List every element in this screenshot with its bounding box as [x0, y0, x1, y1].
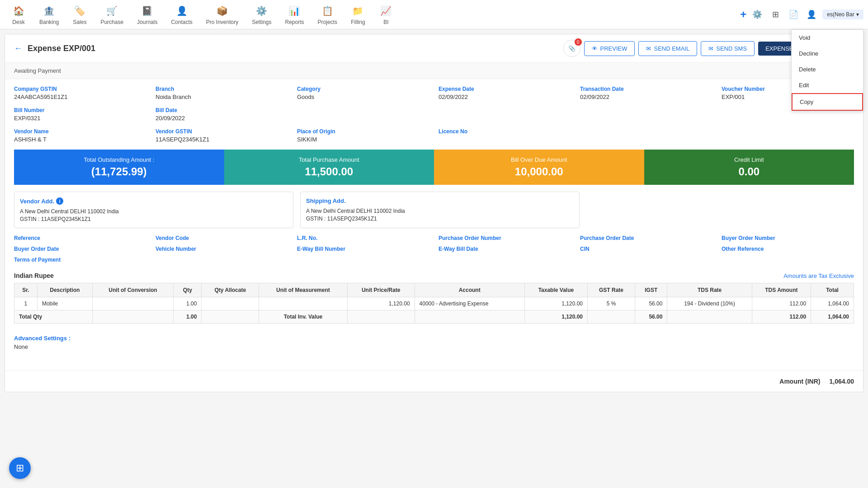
- transaction-date-value: 02/09/2022: [580, 94, 712, 100]
- licence-no-field: Licence No: [439, 128, 571, 143]
- page-container: ← Expense EXP/001 📎 0 👁 PREVIEW ✉ SEND E…: [5, 34, 863, 392]
- reports-icon: 📊: [288, 4, 302, 18]
- col-account: Account: [415, 283, 524, 297]
- dropdown-void[interactable]: Void: [792, 30, 863, 46]
- eway-bill-date-label: E-Way Bill Date: [439, 246, 571, 252]
- dropdown-copy[interactable]: Copy: [792, 93, 863, 111]
- spacer-5: [580, 128, 712, 143]
- outstanding-label: Total Outstanding Amount :: [84, 156, 154, 163]
- nav-item-journals[interactable]: 📓 Journals: [130, 1, 164, 28]
- back-button[interactable]: ←: [14, 44, 22, 53]
- shipping-address-gstin: GSTIN : 11ASEPQ2345K1Z1: [306, 216, 574, 222]
- amount-inr-label: Amount (INR): [779, 378, 820, 385]
- user-badge[interactable]: es(Neo Bar ▾: [822, 9, 863, 19]
- cell-tds-amount: 112.00: [752, 297, 811, 310]
- chevron-down-icon: ▾: [856, 11, 859, 18]
- nav-right-actions: + ⚙️ ⊞ 📄 👤 es(Neo Bar ▾: [740, 7, 863, 22]
- nav-label-reports: Reports: [285, 19, 304, 25]
- vendor-code-field: Vendor Code: [156, 235, 288, 241]
- cell-description: Mobile: [37, 297, 92, 310]
- place-of-origin-label: Place of Origin: [297, 128, 429, 135]
- nav-item-desk[interactable]: 🏠 Desk: [5, 1, 33, 28]
- more-field-row-3: Terms of Payment: [14, 257, 854, 263]
- advanced-settings: Advanced Settings : None: [14, 330, 854, 355]
- total-total: 1,064.00: [811, 310, 854, 324]
- col-unit-of-conversion: Unit of Conversion: [92, 283, 174, 297]
- bill-date-label: Bill Date: [156, 107, 288, 113]
- email-label: SEND EMAIL: [654, 45, 689, 52]
- other-reference-field: Other Reference: [722, 246, 854, 252]
- terms-of-payment-label: Terms of Payment: [14, 257, 854, 263]
- overdue-value: 10,000.00: [515, 165, 563, 178]
- currency-section: Indian Rupee Amounts are Tax Exclusive S…: [14, 272, 854, 324]
- bi-icon: 📈: [379, 4, 393, 18]
- total-row: Total Qty 1.00 Total Inv. Value 1,120.00…: [14, 310, 854, 324]
- nav-item-projects[interactable]: 📋 Projects: [311, 1, 344, 28]
- terms-of-payment-field: Terms of Payment: [14, 257, 854, 263]
- dropdown-delete[interactable]: Delete: [792, 61, 863, 77]
- cell-unit-conversion: [92, 297, 174, 310]
- nav-item-bi[interactable]: 📈 BI: [372, 1, 400, 28]
- total-tds-amount: 112.00: [752, 310, 811, 324]
- bill-number-value: EXP/0321: [14, 115, 146, 122]
- dropdown-edit[interactable]: Edit: [792, 77, 863, 93]
- grid-nav-icon[interactable]: ⊞: [768, 7, 783, 22]
- nav-item-filling[interactable]: 📁 Filling: [344, 1, 372, 28]
- expense-date-field: Expense Date 02/09/2022: [439, 86, 571, 100]
- user-nav-icon[interactable]: 👤: [804, 7, 819, 22]
- more-field-row-1: Reference Vendor Code L.R. No. Purchase …: [14, 235, 854, 241]
- col-unit-price-rate: Unit Price/Rate: [347, 283, 415, 297]
- dropdown-decline[interactable]: Decline: [792, 46, 863, 61]
- licence-no-label: Licence No: [439, 128, 571, 135]
- col-total: Total: [811, 283, 854, 297]
- fab-button[interactable]: ⊞: [9, 457, 31, 479]
- shipping-address-link[interactable]: Shipping Add.: [306, 197, 574, 204]
- nav-item-reports[interactable]: 📊 Reports: [278, 1, 311, 28]
- banking-icon: 🏦: [42, 4, 57, 18]
- vendor-address-link[interactable]: Vendor Add. i: [20, 197, 288, 205]
- cell-unit-measurement: [259, 297, 348, 310]
- total-spacer-2: [202, 310, 259, 324]
- status-label: Awaiting Payment: [14, 67, 61, 74]
- table-header-row: Sr. Description Unit of Conversion Qty Q…: [14, 283, 854, 297]
- vehicle-number-field: Vehicle Number: [156, 246, 288, 252]
- advanced-settings-value: None: [14, 343, 854, 350]
- cell-igst: 56.00: [635, 297, 667, 310]
- purchase-order-date-label: Purchase Order Date: [580, 235, 712, 241]
- nav-item-banking[interactable]: 🏦 Banking: [33, 1, 66, 28]
- nav-label-pro-inventory: Pro Inventory: [206, 19, 238, 25]
- purchase-order-number-label: Purchase Order Number: [439, 235, 571, 241]
- total-spacer-1: [92, 310, 174, 324]
- other-reference-label: Other Reference: [722, 246, 854, 252]
- more-field-row-2: Buyer Order Date Vehicle Number E-Way Bi…: [14, 246, 854, 252]
- preview-button[interactable]: 👁 PREVIEW: [584, 41, 635, 56]
- total-taxable-value: 1,120.00: [524, 310, 587, 324]
- overdue-label: Bill Over Due Amount: [511, 156, 567, 163]
- nav-item-sales[interactable]: 🏷️ Sales: [66, 1, 94, 28]
- nav-item-settings[interactable]: ⚙️ Settings: [245, 1, 278, 28]
- file-nav-icon[interactable]: 📄: [786, 7, 801, 22]
- address-row: Vendor Add. i A New Delhi Central DELHI …: [14, 192, 854, 228]
- place-of-origin-value: SIKKIM: [297, 136, 429, 143]
- vendor-gstin-label: Vendor GSTIN: [156, 128, 288, 135]
- page-title: Expense EXP/001: [28, 44, 563, 53]
- cell-unit-price: 1,120.00: [347, 297, 415, 310]
- cell-qty: 1.00: [174, 297, 202, 310]
- buyer-order-date-field: Buyer Order Date: [14, 246, 146, 252]
- purchase-card: Total Purchase Amount 11,500.00: [224, 150, 434, 185]
- cell-tds-rate: 194 - Dividend (10%): [667, 297, 752, 310]
- nav-item-contacts[interactable]: 👤 Contacts: [164, 1, 199, 28]
- send-sms-button[interactable]: ✉ SEND SMS: [701, 41, 755, 56]
- col-qty: Qty: [174, 283, 202, 297]
- branch-field: Branch Noida Branch: [156, 86, 288, 100]
- bill-number-field: Bill Number EXP/0321: [14, 107, 146, 122]
- add-button[interactable]: +: [740, 8, 746, 21]
- nav-item-pro-inventory[interactable]: 📦 Pro Inventory: [199, 1, 245, 28]
- outstanding-card: Total Outstanding Amount : (11,725.99): [14, 150, 224, 185]
- vendor-name-value: ASHISH & T: [14, 136, 146, 143]
- attachment-button[interactable]: 📎 0: [563, 40, 580, 57]
- gear-nav-icon[interactable]: ⚙️: [750, 7, 764, 22]
- nav-item-purchase[interactable]: 🛒 Purchase: [94, 1, 130, 28]
- attachment-badge: 0: [575, 38, 582, 46]
- send-email-button[interactable]: ✉ SEND EMAIL: [638, 41, 697, 56]
